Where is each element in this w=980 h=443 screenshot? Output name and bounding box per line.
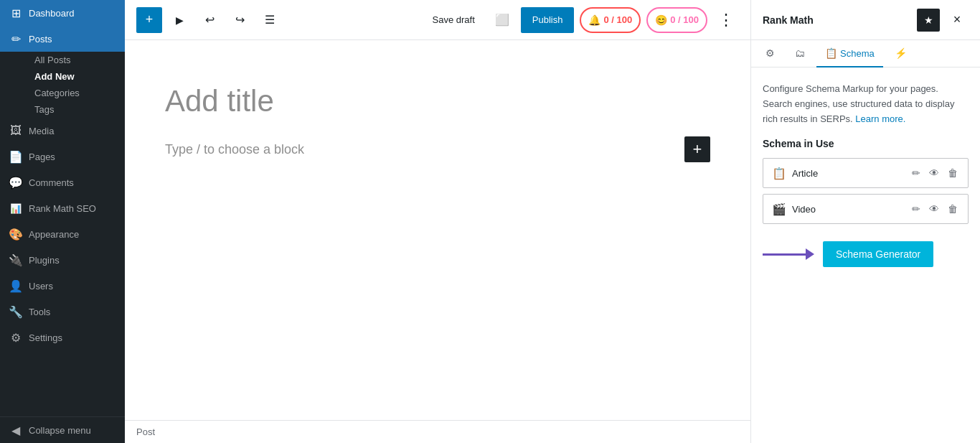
sidebar-item-tags[interactable]: Tags [26,101,125,118]
panel-content: Configure Schema Markup for your pages. … [751,67,980,443]
collapse-menu: ◀ Collapse menu [0,416,125,443]
general-tab-icon: ⚙ [765,47,775,59]
panel-tabs: ⚙ 🗂 📋 Schema ⚡ [751,40,980,67]
sidebar-item-appearance[interactable]: 🎨 Appearance [0,221,125,247]
editor-block-placeholder[interactable]: Type / to choose a block + [165,136,710,162]
sidebar-item-label: Comments [29,177,74,188]
sidebar-item-plugins[interactable]: 🔌 Plugins [0,247,125,273]
sidebar-item-label: Pages [29,151,55,162]
video-edit-btn[interactable]: ✏ [910,202,922,216]
sidebar-item-label: Rank Math SEO [29,203,96,214]
arrow-head [806,248,814,260]
schema-description: Configure Schema Markup for your pages. … [763,82,969,126]
schema-generator-button[interactable]: Schema Generator [823,241,933,267]
schema-tab-icon: 📋 [825,47,837,59]
article-delete-btn[interactable]: 🗑 [946,166,959,180]
sidebar-item-comments[interactable]: 💬 Comments [0,169,125,195]
save-draft-button[interactable]: Save draft [424,7,484,33]
sidebar-item-label: Dashboard [29,8,75,19]
schema-in-use-title: Schema in Use [763,138,969,149]
sidebar-item-settings[interactable]: ⚙ Settings [0,325,125,350]
social-tab-icon: 🗂 [795,47,805,59]
article-preview-btn[interactable]: 👁 [928,166,941,180]
sidebar-item-label: Users [29,281,53,292]
analytics-tab-icon: ⚡ [895,47,907,59]
arrow-container [763,248,814,260]
undo-btn[interactable]: ↩ [197,7,222,33]
readability-score-badge[interactable]: 😊 0 / 100 [646,7,707,33]
pages-icon: 📄 [9,149,23,164]
panel-title: Rank Math [763,14,917,26]
readability-score-value: 0 / 100 [670,14,699,25]
sidebar-item-all-posts[interactable]: All Posts [26,52,125,68]
sidebar-item-categories[interactable]: Categories [26,85,125,101]
sidebar-item-add-new[interactable]: Add New [26,68,125,85]
tab-analytics[interactable]: ⚡ [886,40,915,67]
seo-score-value: 0 / 100 [603,14,632,25]
comments-icon: 💬 [9,175,23,190]
plugins-icon: 🔌 [9,253,23,267]
tab-schema[interactable]: 📋 Schema [816,40,883,67]
video-schema-icon: 🎬 [772,202,786,216]
sidebar-item-tools[interactable]: 🔧 Tools [0,299,125,325]
sidebar-item-label: Media [29,126,54,136]
article-edit-btn[interactable]: ✏ [910,166,922,180]
panel-close-button[interactable]: × [946,9,969,32]
sidebar-item-pages[interactable]: 📄 Pages [0,144,125,169]
details-btn[interactable]: ☰ [257,7,283,33]
all-posts-label: All Posts [34,55,71,65]
learn-more-link[interactable]: Learn more. [855,113,905,124]
block-placeholder-text: Type / to choose a block [165,142,304,157]
toolbar: + ▶ ↩ ↪ ☰ Save draft ⬜ Publish 🔔 0 / 100… [125,0,750,40]
panel-header: Rank Math ★ × [751,0,980,40]
sidebar-item-label: Tools [29,307,50,317]
tab-social[interactable]: 🗂 [786,40,814,67]
sidebar-item-label: Settings [29,332,62,343]
sidebar: ⊞ Dashboard ✏ Posts All Posts Add New Ca… [0,0,125,443]
editor-content: Add title Type / to choose a block + [136,40,739,191]
publish-button[interactable]: Publish [521,7,575,33]
status-bar: Post [125,420,750,443]
schema-item-article: 📋 Article ✏ 👁 🗑 [763,158,969,188]
redo-btn[interactable]: ↪ [227,7,253,33]
layout-view-btn[interactable]: ⬜ [489,7,515,33]
more-options-btn[interactable]: ⋮ [713,7,739,33]
tab-general[interactable]: ⚙ [757,40,783,67]
seo-score-badge[interactable]: 🔔 0 / 100 [580,7,641,33]
article-schema-icon: 📋 [772,167,786,180]
article-schema-actions: ✏ 👁 🗑 [910,166,959,180]
schema-tab-label: Schema [840,48,875,59]
main-area: + ▶ ↩ ↪ ☰ Save draft ⬜ Publish 🔔 0 / 100… [125,0,750,443]
sidebar-item-rankmath[interactable]: 📊 Rank Math SEO [0,195,125,221]
sidebar-item-posts[interactable]: ✏ Posts [0,26,125,52]
video-preview-btn[interactable]: 👁 [928,202,941,216]
collapse-label: Collapse menu [29,425,91,436]
tags-label: Tags [34,104,54,115]
video-delete-btn[interactable]: 🗑 [946,202,959,216]
sidebar-item-media[interactable]: 🖼 Media [0,118,125,144]
readability-badge-icon: 😊 [655,14,667,26]
add-block-toolbar-btn[interactable]: + [136,7,162,33]
editor-area[interactable]: Add title Type / to choose a block + [125,40,750,420]
editor-title-placeholder[interactable]: Add title [165,83,710,119]
select-mode-btn[interactable]: ▶ [166,7,192,33]
settings-icon: ⚙ [9,330,23,345]
video-schema-name: Video [792,204,905,215]
right-panel: Rank Math ★ × ⚙ 🗂 📋 Schema ⚡ Configure S… [750,0,980,443]
seo-badge-icon: 🔔 [588,14,600,26]
collapse-menu-btn[interactable]: ◀ Collapse menu [0,417,125,443]
dashboard-icon: ⊞ [9,6,23,20]
sidebar-item-label: Plugins [29,255,60,266]
sidebar-item-dashboard[interactable]: ⊞ Dashboard [0,0,125,26]
posts-submenu: All Posts Add New Categories Tags [0,52,125,118]
toolbar-right: Save draft ⬜ Publish 🔔 0 / 100 😊 0 / 100… [424,7,739,33]
video-schema-actions: ✏ 👁 🗑 [910,202,959,216]
media-icon: 🖼 [9,123,23,138]
panel-star-button[interactable]: ★ [917,9,940,32]
categories-label: Categories [34,88,80,98]
add-block-inline-btn[interactable]: + [684,136,710,162]
posts-icon: ✏ [9,32,23,46]
rankmath-icon: 📊 [9,201,23,215]
toolbar-left: + ▶ ↩ ↪ ☰ [136,7,283,33]
sidebar-item-users[interactable]: 👤 Users [0,273,125,299]
